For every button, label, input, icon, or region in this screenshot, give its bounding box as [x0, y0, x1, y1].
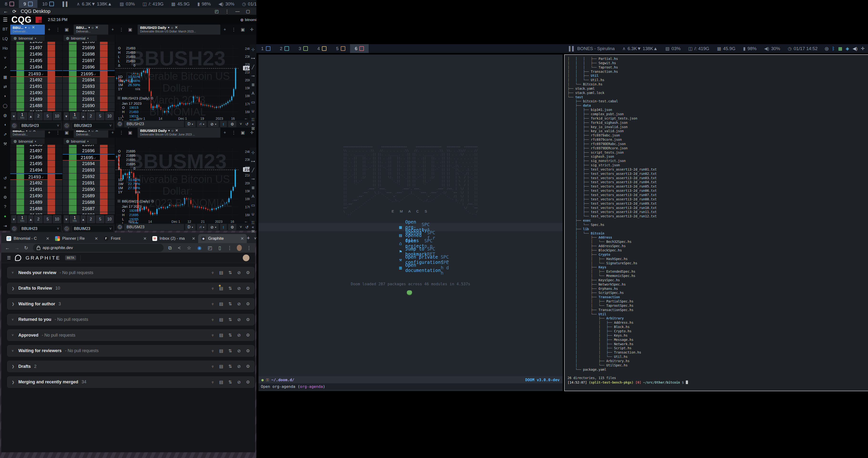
sort-icon[interactable]: ⇅ — [228, 301, 232, 307]
close-icon[interactable]: ✕ — [32, 25, 35, 30]
chat-icon[interactable]: ◖ — [0, 120, 10, 129]
bid-cell[interactable] — [17, 42, 24, 44]
price-level[interactable]: 21692 — [76, 174, 100, 180]
bid-cell[interactable] — [69, 83, 76, 89]
ask-cell[interactable] — [100, 77, 107, 83]
ask-cell[interactable] — [100, 102, 107, 109]
onepassword-icon[interactable]: ◉ — [197, 245, 202, 251]
broker-selector[interactable]: ◍bitnomial ▾ — [64, 139, 97, 144]
ladder-row[interactable]: 21692 — [63, 174, 115, 180]
ask-cell[interactable] — [100, 64, 107, 70]
text-icon[interactable]: A — [252, 194, 254, 199]
undo-icon[interactable]: ↺ — [0, 174, 10, 183]
tab-menu-button[interactable]: ⋮ — [229, 128, 238, 138]
popout-icon[interactable]: ⇗ — [0, 129, 10, 139]
bookmark-star-icon[interactable]: ☆ — [187, 245, 191, 251]
lots-decrement[interactable]: ▾ — [11, 112, 17, 120]
ladder-row[interactable]: 21691 — [63, 96, 115, 102]
search-icon[interactable]: ⌕ — [210, 270, 215, 276]
ladder-row[interactable]: 21488 — [10, 102, 62, 109]
ask-cell[interactable] — [100, 83, 107, 89]
bid-cell[interactable] — [69, 77, 76, 83]
price-level[interactable]: 21694 — [76, 77, 100, 83]
now-playing[interactable]: BONES - Spirulina — [577, 46, 615, 51]
bid-cell[interactable] — [17, 167, 24, 173]
url-bar[interactable]: app.graphite.dev — [33, 244, 163, 252]
pr-section-returned-to-you[interactable]: ˅ Returned to you - No pull requests ⌕▤⇅… — [7, 314, 254, 325]
collapse-left-icon[interactable]: « — [252, 225, 254, 230]
ask-cell[interactable] — [100, 58, 107, 64]
workspace-5[interactable]: 5 — [331, 44, 350, 53]
hide-icon[interactable]: ⊘ — [237, 301, 241, 307]
lots-increment[interactable]: ▴ — [81, 112, 86, 120]
services-icon[interactable]: ⚙ — [0, 192, 10, 202]
bid-cell[interactable] — [69, 145, 76, 147]
extension-icon[interactable]: ◰ — [208, 245, 212, 251]
transfer-icon[interactable]: ⇄ — [0, 82, 10, 91]
ladder-row[interactable]: 21494 — [10, 64, 62, 70]
bid-cell[interactable] — [17, 174, 24, 179]
bid-cell[interactable] — [17, 154, 24, 160]
price-level[interactable]: 21493 ✓ — [24, 71, 48, 78]
ask-cell[interactable] — [100, 193, 107, 199]
window-button[interactable]: ▣ — [62, 25, 71, 35]
shield-icon[interactable]: ◈ — [846, 46, 849, 51]
search-icon[interactable]: ⌕ — [210, 348, 215, 354]
ladder-row[interactable]: 21496 — [10, 51, 62, 58]
lock-icon[interactable]: ⚿ — [252, 117, 255, 122]
crosshair-button[interactable]: ✛ — [247, 25, 256, 35]
sort-icon[interactable]: ⇅ — [228, 317, 232, 322]
bid-cell[interactable] — [17, 64, 24, 70]
ask-cell[interactable] — [100, 206, 107, 212]
price-level[interactable]: 21495 — [24, 160, 48, 167]
price-level[interactable]: 21694 — [76, 160, 100, 167]
close-icon[interactable]: ✕ — [95, 25, 98, 30]
sort-icon[interactable]: ⇅ — [228, 333, 232, 338]
ladder-row[interactable]: 21692 — [63, 90, 115, 96]
browser-tab[interactable]: Planner | Re ✕ — [52, 234, 101, 243]
avatar[interactable] — [237, 245, 242, 251]
price-level[interactable]: 21496 — [24, 154, 48, 160]
ask-cell[interactable] — [100, 71, 107, 76]
chart-type-selector[interactable]: ⑁▾ — [197, 224, 207, 230]
price-level[interactable]: 21496 — [24, 51, 48, 57]
browser-tab[interactable]: 17 Bitnomial - C ✕ — [4, 234, 52, 243]
maximize-button[interactable]: ▢ — [246, 9, 250, 14]
ladder-row[interactable]: 21694 — [63, 77, 115, 83]
info-icon[interactable]: ⓘ — [11, 226, 18, 232]
gear-icon[interactable]: ⚙ — [228, 224, 236, 230]
hide-icon[interactable]: ⊘ — [237, 379, 241, 385]
lots-preset-2[interactable]: 2 — [34, 112, 43, 120]
ask-cell[interactable] — [100, 145, 107, 147]
bid-cell[interactable] — [17, 160, 24, 167]
collapse-left-icon[interactable]: « — [252, 122, 254, 126]
kebab-icon[interactable]: ⋮ — [247, 245, 251, 251]
chevron-icon[interactable]: ˅ — [12, 349, 15, 353]
circle-icon[interactable]: ◯ — [0, 101, 10, 111]
chevron-icon[interactable]: ❯ — [12, 365, 15, 368]
ladder-row[interactable]: 21493 ✓ — [10, 70, 62, 77]
search-icon[interactable]: ⌕ — [210, 285, 215, 291]
ladder-row[interactable]: 21497 — [10, 148, 62, 154]
chevron-icon[interactable]: ❯ — [12, 302, 15, 306]
price-level[interactable]: 21693 — [76, 83, 100, 89]
share-icon[interactable]: < — [178, 245, 181, 251]
bid-cell[interactable] — [17, 44, 24, 51]
bid-cell[interactable] — [17, 148, 24, 154]
workspace-4[interactable]: 4 — [313, 44, 332, 53]
broker-selector[interactable]: ◍bitnomial ▾ — [64, 35, 97, 41]
lots-increment[interactable]: ▴ — [81, 215, 86, 223]
ladder-row[interactable]: 21698 — [63, 51, 115, 58]
onepassword-icon[interactable]: ◎ — [825, 46, 829, 51]
lots-preset-5[interactable]: 5 — [96, 112, 104, 120]
ladder-row[interactable]: 21695 ✓ — [63, 154, 115, 160]
back-icon[interactable]: ← — [5, 245, 10, 251]
sort-icon[interactable]: ⇅ — [228, 364, 232, 369]
network-icon[interactable]: ✛ — [861, 46, 865, 51]
info-icon[interactable]: ⓘ — [117, 121, 123, 127]
period-selector[interactable]: D▾ — [185, 121, 195, 127]
ladder-row[interactable]: 21691 — [63, 180, 115, 186]
hide-icon[interactable]: ⊘ — [237, 270, 241, 275]
close-icon[interactable]: ✕ — [46, 236, 49, 241]
bid-cell[interactable] — [17, 193, 24, 199]
